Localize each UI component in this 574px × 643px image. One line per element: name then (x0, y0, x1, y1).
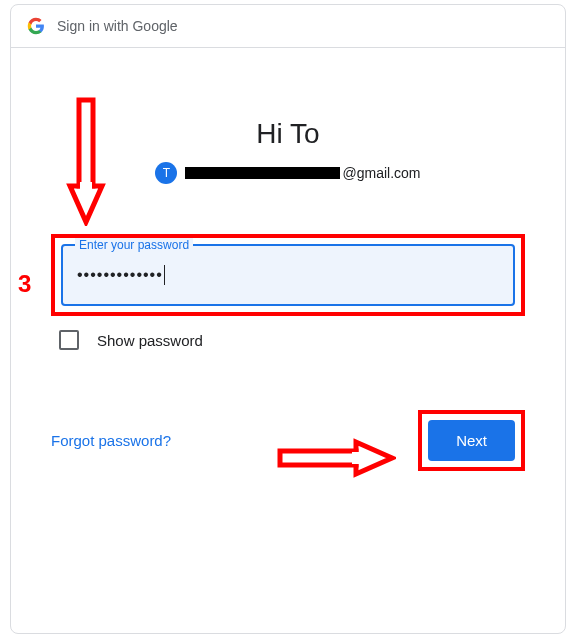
card-header: Sign in with Google (11, 5, 565, 48)
password-field-highlight: Enter your password ••••••••••••• (51, 234, 525, 316)
password-input[interactable]: Enter your password ••••••••••••• (61, 244, 515, 306)
svg-rect-0 (79, 100, 93, 186)
annotation-arrow-right-icon (276, 438, 396, 478)
avatar: T (155, 162, 177, 184)
svg-rect-3 (280, 451, 356, 465)
show-password-checkbox[interactable] (59, 330, 79, 350)
svg-rect-2 (80, 182, 92, 190)
next-button[interactable]: Next (428, 420, 515, 461)
password-label: Enter your password (75, 238, 193, 252)
password-value: ••••••••••••• (77, 266, 163, 284)
annotation-arrow-down-icon (66, 96, 106, 226)
svg-marker-1 (70, 186, 102, 222)
avatar-initial: T (163, 166, 170, 180)
greeting-text: Hi To (51, 118, 525, 150)
annotation-step-number: 3 (18, 270, 31, 298)
forgot-password-link[interactable]: Forgot password? (51, 432, 171, 449)
email-redacted (185, 167, 340, 179)
next-button-highlight: Next (418, 410, 525, 471)
header-title: Sign in with Google (57, 18, 178, 34)
google-logo-icon (27, 17, 45, 35)
show-password-label: Show password (97, 332, 203, 349)
text-cursor (164, 265, 165, 285)
svg-rect-5 (352, 452, 360, 464)
svg-marker-4 (356, 442, 392, 474)
email-domain: @gmail.com (342, 165, 420, 181)
account-chip[interactable]: T @gmail.com (51, 162, 525, 184)
show-password-row: Show password (59, 330, 525, 350)
